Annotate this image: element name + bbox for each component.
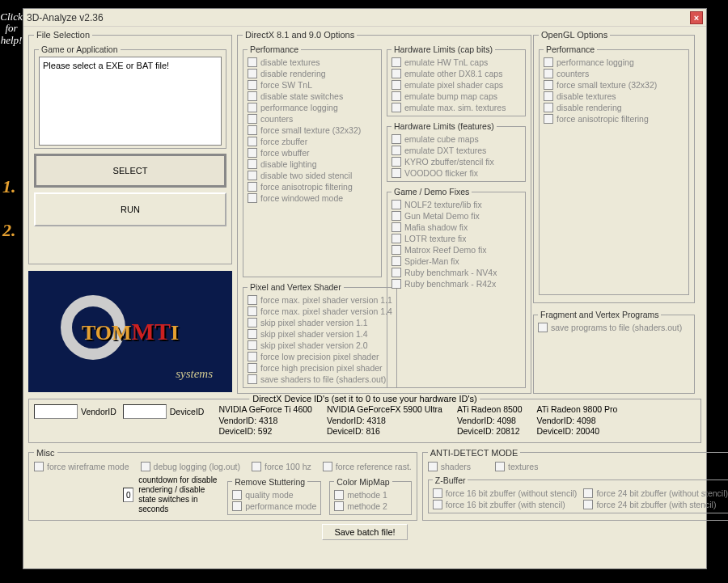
anti-textures-checkbox[interactable]: textures bbox=[495, 461, 538, 472]
dx-gamefix-checkbox-7[interactable]: Ruby benchmark - R42x bbox=[392, 278, 521, 289]
wireframe-checkbox[interactable]: force wireframe mode bbox=[34, 461, 129, 472]
dx-hwcaps-checkbox-1[interactable]: emulate other DX8.1 caps bbox=[392, 68, 521, 79]
dx-gamefix-checkbox-3[interactable]: LOTR texture fix bbox=[392, 233, 521, 244]
run-button[interactable]: RUN bbox=[34, 192, 226, 226]
gl-perf-checkbox-4[interactable]: disable rendering bbox=[544, 102, 684, 113]
checkbox-label: emulate DXT textures bbox=[404, 146, 486, 155]
gl-perf-checkbox-2[interactable]: force small texture (32x32) bbox=[544, 79, 684, 91]
countdown-input[interactable]: 0 bbox=[123, 488, 133, 502]
force-100hz-checkbox[interactable]: force 100 hz bbox=[252, 461, 311, 472]
dx-perf-checkbox-8[interactable]: force wbuffer bbox=[248, 147, 377, 158]
dx-perf-checkbox-2[interactable]: force SW TnL bbox=[248, 79, 377, 91]
ref-rast-checkbox[interactable]: force reference rast. bbox=[323, 461, 412, 472]
dx-pvs-checkbox-0[interactable]: force max. pixel shader version 1.1 bbox=[248, 294, 392, 306]
dx-hwfeat-checkbox-0[interactable]: emulate cube maps bbox=[392, 133, 521, 145]
zbuffer-checkbox-1[interactable]: force 24 bit zbuffer (without stencil) bbox=[583, 488, 728, 499]
dx-hwfeat-checkbox-3[interactable]: VOODOO flicker fix bbox=[392, 167, 521, 179]
gl-perf-legend: Performance bbox=[544, 44, 597, 54]
checkbox-label: Gun Metal Demo fix bbox=[404, 211, 480, 221]
checkbox-icon bbox=[433, 488, 442, 498]
dx-pvs-checkbox-3[interactable]: skip pixel shader version 1.4 bbox=[248, 328, 392, 340]
dx-gamefix-checkbox-5[interactable]: Spider-Man fix bbox=[392, 256, 521, 267]
dx-perf-checkbox-0[interactable]: disable textures bbox=[248, 57, 377, 68]
dx-hwcaps-checkbox-2[interactable]: emulate pixel shader caps bbox=[392, 79, 521, 91]
help-button[interactable]: Click for help! bbox=[0, 8, 23, 49]
checkbox-label: Matrox Reef Demo fix bbox=[404, 245, 487, 255]
dx-perf-checkbox-10[interactable]: disable two sided stencil bbox=[248, 170, 377, 181]
dx-perf-checkbox-4[interactable]: performance logging bbox=[248, 102, 377, 113]
dx-perf-checkbox-1[interactable]: disable rendering bbox=[248, 68, 377, 79]
dx-gamefix-checkbox-0[interactable]: NOLF2 texture/lib fix bbox=[392, 199, 521, 210]
checkbox-label: force anisotropic filtering bbox=[260, 182, 353, 192]
dx-hwcaps-checkbox-4[interactable]: emulate max. sim. textures bbox=[392, 102, 521, 113]
titlebar: 3D-Analyze v2.36 × bbox=[23, 9, 706, 27]
checkbox-label: Ruby benchmark - R42x bbox=[404, 279, 496, 289]
dx-gamefix-checkbox-1[interactable]: Gun Metal Demo fix bbox=[392, 210, 521, 222]
zbuffer-checkbox-0[interactable]: force 16 bit zbuffer (without stencil) bbox=[433, 488, 578, 499]
checkbox-label: performance mode bbox=[245, 501, 316, 511]
zbuffer-checkbox-3[interactable]: force 24 bit zbuffer (with stencil) bbox=[583, 499, 728, 510]
checkbox-icon bbox=[433, 500, 442, 509]
misc-group: Misc force wireframe mode debug logging … bbox=[28, 448, 417, 521]
save-batch-button[interactable]: Save batch file! bbox=[322, 524, 407, 540]
checkbox-icon bbox=[544, 69, 553, 78]
zbuffer-checkbox-2[interactable]: force 16 bit zbuffer (with stencil) bbox=[433, 499, 578, 510]
countdown-group: 0 countdown for disable rendering / disa… bbox=[123, 475, 219, 515]
gl-perf-checkbox-1[interactable]: counters bbox=[544, 68, 684, 79]
dx-hwfeat-checkbox-1[interactable]: emulate DXT textures bbox=[392, 145, 521, 156]
zbuffer-group: Z-Buffer force 16 bit zbuffer (without s… bbox=[428, 475, 728, 513]
dx-pvs-checkbox-1[interactable]: force max. pixel shader version 1.4 bbox=[248, 306, 392, 317]
select-button[interactable]: SELECT bbox=[34, 154, 226, 188]
checkbox-label: counters bbox=[260, 114, 293, 124]
checkbox-icon bbox=[392, 157, 401, 167]
gl-frag-checkbox-0[interactable]: save programs to file (shaders.out) bbox=[538, 322, 690, 333]
dx-pvs-checkbox-2[interactable]: skip pixel shader version 1.1 bbox=[248, 317, 392, 328]
checkbox-icon bbox=[392, 234, 401, 243]
remove-stuttering-group: Remove Stuttering quality modeperformanc… bbox=[227, 477, 321, 515]
step-1-label: 1. bbox=[2, 176, 16, 197]
checkbox-icon bbox=[232, 490, 242, 500]
anti-shaders-checkbox[interactable]: shaders bbox=[428, 461, 471, 472]
checkbox-icon bbox=[248, 91, 257, 101]
gl-perf-checkbox-5[interactable]: force anisotropic filtering bbox=[544, 113, 684, 125]
checkbox-icon bbox=[248, 329, 257, 339]
dx-hwcaps-checkbox-3[interactable]: emulate bump map caps bbox=[392, 91, 521, 102]
device-id-input[interactable] bbox=[123, 404, 167, 419]
help-text-2: for bbox=[0, 23, 23, 34]
checkbox-label: force small texture (32x32) bbox=[260, 125, 361, 135]
mipmap-checkbox-1[interactable]: methode 2 bbox=[334, 501, 406, 512]
vendor-id-input[interactable] bbox=[34, 404, 78, 419]
checkbox-label: force anisotropic filtering bbox=[557, 114, 649, 124]
checkbox-label: force SW TnL bbox=[260, 80, 312, 90]
stutter-checkbox-0[interactable]: quality mode bbox=[232, 489, 316, 501]
dx-pvs-checkbox-7[interactable]: save shaders to file (shaders.out) bbox=[248, 374, 392, 385]
dx-gamefix-checkbox-6[interactable]: Ruby benchmark - NV4x bbox=[392, 267, 521, 278]
checkbox-icon bbox=[392, 103, 401, 112]
mipmap-legend: Color MipMap bbox=[334, 477, 392, 487]
dx-pvs-checkbox-6[interactable]: force high precision pixel shader bbox=[248, 362, 392, 374]
dx-perf-checkbox-7[interactable]: force zbuffer bbox=[248, 136, 377, 147]
stutter-checkbox-1[interactable]: performance mode bbox=[232, 501, 316, 512]
dx-gamefix-checkbox-4[interactable]: Matrox Reef Demo fix bbox=[392, 244, 521, 256]
dx-perf-checkbox-12[interactable]: force windowed mode bbox=[248, 192, 377, 204]
dx-perf-checkbox-9[interactable]: disable lighting bbox=[248, 158, 377, 170]
dx-perf-checkbox-5[interactable]: counters bbox=[248, 113, 377, 125]
dx-hwfeat-checkbox-2[interactable]: KYRO zbuffer/stencil fix bbox=[392, 156, 521, 167]
checkbox-label: skip pixel shader version 1.1 bbox=[260, 318, 368, 327]
checkbox-icon bbox=[392, 134, 401, 144]
checkbox-icon bbox=[392, 57, 401, 67]
debug-log-checkbox[interactable]: debug logging (log.out) bbox=[141, 461, 240, 472]
gl-perf-checkbox-3[interactable]: disable textures bbox=[544, 91, 684, 102]
dx-pvs-checkbox-4[interactable]: skip pixel shader version 2.0 bbox=[248, 340, 392, 351]
gl-perf-checkbox-0[interactable]: performance logging bbox=[544, 57, 684, 68]
gl-legend: OpenGL Options bbox=[539, 30, 610, 40]
checkbox-icon bbox=[392, 69, 401, 78]
dx-pvs-checkbox-5[interactable]: force low precision pixel shader bbox=[248, 351, 392, 362]
dx-perf-checkbox-3[interactable]: disable state switches bbox=[248, 91, 377, 102]
dx-gamefix-checkbox-2[interactable]: Mafia shadow fix bbox=[392, 222, 521, 233]
mipmap-checkbox-0[interactable]: methode 1 bbox=[334, 489, 406, 501]
dx-perf-checkbox-11[interactable]: force anisotropic filtering bbox=[248, 181, 377, 192]
dx-perf-checkbox-6[interactable]: force small texture (32x32) bbox=[248, 125, 377, 136]
dx-hwcaps-checkbox-0[interactable]: emulate HW TnL caps bbox=[392, 57, 521, 68]
close-button[interactable]: × bbox=[690, 11, 703, 24]
